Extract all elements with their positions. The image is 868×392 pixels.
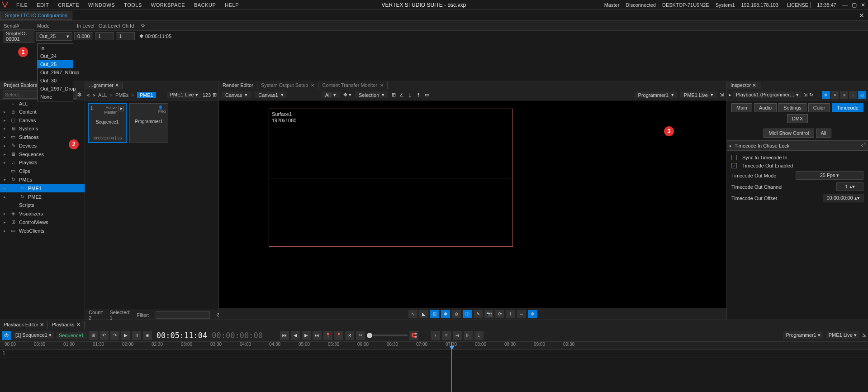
mode-option[interactable]: Out_25 (38, 60, 73, 68)
project-tree[interactable]: ≡ALL🗎Content▢Canvas🖥Systems▭Surfaces✎Dev… (0, 100, 85, 320)
align-c-icon[interactable]: ≡ (442, 331, 451, 340)
snap-up-icon[interactable]: ⭱ (416, 92, 421, 98)
mode-option[interactable]: Out_2997_NDrop (38, 68, 73, 76)
render-viewport[interactable]: Surface1 1920x1080 (219, 100, 726, 308)
inlevel-input[interactable]: 0.000 (74, 32, 93, 40)
close-icon[interactable]: ✕ (115, 82, 119, 88)
fwd-icon[interactable]: ↷ (110, 331, 119, 340)
serial-input[interactable]: SmpteIO-00001 (3, 29, 34, 43)
menu-help[interactable]: HELP (220, 1, 243, 9)
tool-info-icon[interactable]: ⓘ (463, 310, 472, 318)
tool-width-icon[interactable]: ↔ (517, 310, 526, 318)
prop-out-enabled[interactable]: Timecode Out Enabled (731, 162, 863, 170)
power-button[interactable]: ⏻ (2, 331, 11, 340)
menu-create[interactable]: CREATE (53, 1, 84, 9)
card-play-icon[interactable]: ▶ (119, 106, 124, 111)
tool-wave-icon[interactable]: ∿ (408, 310, 417, 318)
insp-list-icon[interactable]: ≡ (831, 91, 839, 99)
render-programmer[interactable]: Programmer1 ▾ (635, 91, 678, 98)
text-tool-icon[interactable]: 𝙸 (474, 331, 484, 340)
insp-link-icon[interactable]: ⎆ (840, 91, 848, 99)
tree-item-content[interactable]: 🗎Content (0, 108, 85, 116)
tool-cursor-icon[interactable]: ◣ (419, 310, 428, 318)
cut-icon[interactable]: ✂ (356, 331, 365, 340)
programmer-card[interactable]: 👤PRGProgrammer1 (129, 103, 168, 143)
window-maximize[interactable]: ▢ (851, 2, 857, 8)
insp-midi-btn[interactable]: Midi Show Control (764, 129, 814, 138)
mode-option[interactable]: Out_2997_Drop (38, 85, 73, 93)
sequence-select[interactable]: [1] Sequence1 ▾ (13, 331, 54, 339)
tree-item-playlists[interactable]: ♫Playlists (0, 158, 85, 167)
loop-icon[interactable]: ⊞ (89, 331, 98, 340)
goto-start-icon[interactable]: ⏮ (280, 331, 289, 340)
filter-all[interactable]: All ▾ (322, 91, 340, 98)
step-back-icon[interactable]: ◀ (291, 331, 300, 340)
mode-option[interactable]: Out_30 (38, 76, 73, 85)
out-offset-input[interactable]: 00:00:00:00 ▴▾ (823, 194, 863, 202)
playback-tab[interactable]: Playbacks ✕ (48, 321, 84, 329)
tool-target-icon[interactable]: ✥ (528, 310, 537, 318)
grid-snap-icon[interactable]: ⊞ (392, 92, 396, 98)
close-icon[interactable]: ✕ (40, 322, 44, 328)
goto-end-icon[interactable]: ⏭ (313, 331, 322, 340)
tool-noselect-icon[interactable]: ⊘ (452, 310, 461, 318)
insp-grid-icon[interactable]: ⊞ (858, 91, 866, 99)
grid-icon[interactable]: ⊞ (213, 92, 217, 98)
snap-icon[interactable]: 🧲 (409, 331, 418, 340)
move-icon[interactable]: ✥ ▾ (343, 92, 351, 98)
back-icon[interactable]: ↶ (100, 331, 109, 340)
prop-sync-in[interactable]: Sync to Timecode In (731, 153, 863, 162)
selection-mode[interactable]: Selection ▾ (355, 91, 388, 98)
timeline[interactable]: 00:0000:3001:0001:3002:0002:3003:0003:30… (0, 342, 868, 392)
out-mode-select[interactable]: 25 Fps ▾ (796, 171, 863, 180)
project-explorer-tab[interactable]: Project Explorer (0, 81, 43, 89)
breadcrumb-pmes[interactable]: PMEs (115, 92, 128, 98)
config-tab-smpte[interactable]: Smpte LTC IO Configuration (0, 11, 72, 20)
angle-icon[interactable]: ∠ (399, 92, 404, 98)
checkbox-sync-in[interactable] (731, 155, 737, 160)
track-row[interactable]: 1 (0, 350, 868, 358)
inspector-tab[interactable]: Inspector ✕ (727, 81, 760, 89)
render-tab[interactable]: System Output Setup✕ (257, 81, 319, 89)
prog-layer-select[interactable]: PME1 Live ▾ (167, 91, 200, 98)
insp-target[interactable]: Playback1 (Programmer… ▾ (733, 91, 802, 98)
insp-sort-icon[interactable]: ↓ (849, 91, 857, 99)
prog-num-icon[interactable]: 123 (203, 92, 211, 98)
nav-back-icon[interactable]: < (87, 92, 90, 98)
prog-filter-input[interactable] (156, 311, 210, 319)
menu-edit[interactable]: EDIT (32, 1, 53, 9)
bounds-icon[interactable]: ▭ (425, 92, 429, 98)
tool-rotate-icon[interactable]: ⟳ (495, 310, 504, 318)
tree-item-pme2[interactable]: ↻PME2 (0, 192, 85, 201)
insp-gear-icon[interactable]: ✥ (822, 91, 830, 99)
tree-item-scripts[interactable]: Scripts (0, 201, 85, 209)
refresh-icon[interactable]: ⟳ (141, 23, 145, 29)
programmer-tab[interactable]: …grammer ✕ (85, 81, 123, 89)
tree-item-sequences[interactable]: ≣Sequences (0, 150, 85, 158)
tree-item-pme1[interactable]: ↻PME1 (0, 184, 85, 192)
checkbox-out-enabled[interactable] (731, 163, 737, 168)
star-icon[interactable]: ✱ (139, 33, 143, 39)
return-icon[interactable]: ⏎ (861, 143, 865, 148)
render-tab[interactable]: Content Transfer Monitor✕ (318, 81, 388, 89)
insp-tab-settings[interactable]: Settings (778, 103, 806, 112)
play-button[interactable]: ▶ (121, 331, 130, 340)
shuffle-icon[interactable]: ⤨ (345, 331, 354, 340)
nav-fwd-icon[interactable]: > (92, 92, 95, 98)
tree-item-pmes[interactable]: ↻PMEs (0, 175, 85, 184)
pb-pin-icon[interactable]: ⇲ (862, 332, 866, 338)
insp-tab-dmx[interactable]: DMX (787, 114, 808, 123)
insp-tab-main[interactable]: Main (731, 103, 752, 112)
outlevel-input[interactable]: 1 (95, 32, 114, 40)
insp-tab-color[interactable]: Color (808, 103, 830, 112)
window-minimize[interactable]: — (842, 2, 848, 8)
tree-item-webclients[interactable]: ▭WebClients (0, 226, 85, 235)
config-close[interactable]: ✕ (859, 12, 864, 19)
tool-draw-icon[interactable]: ✎ (474, 310, 483, 318)
insp-refresh-icon[interactable]: ↻ (809, 92, 813, 98)
align-l-icon[interactable]: ⫞ (431, 331, 440, 340)
tree-item-visualizers[interactable]: ◈Visualizers (0, 209, 85, 218)
pause-button[interactable]: ⏸ (132, 331, 141, 340)
tool-grid-icon[interactable]: ⊞ (430, 310, 439, 318)
menu-workspace[interactable]: WORKSPACE (147, 1, 190, 9)
